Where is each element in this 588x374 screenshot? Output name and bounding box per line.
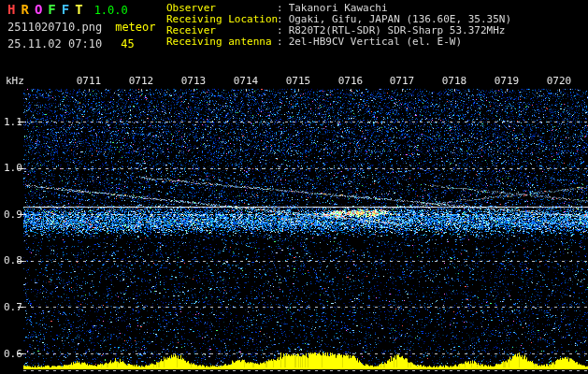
filename: 2511020710.png (7, 21, 102, 34)
app-version: 1.0.0 (94, 4, 128, 17)
time-tick-label: 0714 (231, 75, 261, 87)
freq-tick-label: 0.6 (4, 348, 22, 360)
freq-tick-label: 1.0 (4, 162, 22, 174)
datetime-row: 25.11.02 07:1045 (7, 37, 156, 51)
info-value: 2el-HB9CV Vertical (el. E-W) (289, 36, 462, 48)
header-left: HROFFT1.0.0 2511020710.pngmeteor 25.11.0… (7, 2, 156, 51)
app-title-letter: O (35, 2, 42, 17)
app-title-letter: F (62, 2, 69, 17)
app-title-letter: R (21, 2, 28, 17)
time-tick-label: 0718 (439, 75, 469, 87)
y-axis-unit-label: kHz (6, 75, 24, 87)
hrofft-screen: HROFFT1.0.0 2511020710.pngmeteor 25.11.0… (0, 0, 588, 374)
freq-tick-label: 0.8 (4, 254, 22, 266)
app-title-letter: H (7, 2, 15, 17)
time-tick-label: 0716 (336, 75, 366, 87)
info-row: Receiving antenna:2el-HB9CV Vertical (el… (166, 36, 511, 48)
freq-tick-label: 1.1 (4, 116, 22, 128)
time-tick-label: 0711 (74, 75, 104, 87)
datetime: 25.11.02 07:10 (7, 37, 102, 50)
time-tick-label: 0717 (387, 75, 417, 87)
meteor-count: 45 (121, 37, 134, 50)
freq-tick-label: 0.7 (4, 301, 22, 313)
file-row: 2511020710.pngmeteor (7, 21, 156, 35)
mode-label: meteor (115, 21, 155, 34)
info-separator: : (277, 36, 283, 48)
info-label: Receiving antenna (166, 36, 277, 48)
app-title: HROFFT1.0.0 (7, 2, 156, 18)
app-title-letter: F (48, 2, 55, 17)
app-title-letter: T (75, 2, 82, 17)
time-tick-label: 0713 (179, 75, 208, 87)
freq-tick-label: 0.9 (4, 209, 22, 221)
time-tick-label: 0719 (492, 75, 522, 87)
time-tick-label: 0712 (126, 75, 156, 87)
spectrogram-canvas (0, 0, 588, 374)
time-tick-label: 0720 (544, 75, 574, 87)
time-tick-label: 0715 (283, 75, 313, 87)
info-panel: Observer:Takanori Kawachi Receiving Loca… (166, 3, 511, 48)
